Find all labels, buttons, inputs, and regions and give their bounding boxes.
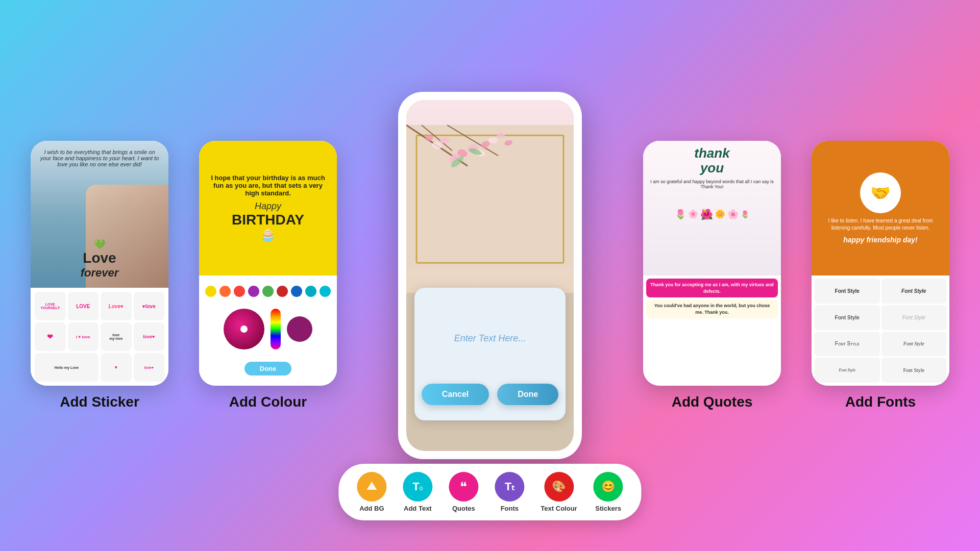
forever-text: forever xyxy=(81,266,119,280)
svg-rect-0 xyxy=(406,125,574,268)
cupcake-icon: 🧁 xyxy=(260,228,276,242)
sticker-item-7[interactable]: lovemy love xyxy=(101,322,132,351)
heart-icon: 💚 xyxy=(94,239,105,249)
quote-block-2[interactable]: You could've had anyone in the world, bu… xyxy=(646,299,778,318)
colour-wheel-handle xyxy=(240,325,248,333)
add-bg-svg xyxy=(364,480,379,494)
toolbar-text-colour[interactable]: 🎨 Text Colour xyxy=(534,470,583,514)
fonts-label: Add Fonts xyxy=(845,394,916,410)
colour-preview xyxy=(287,316,312,342)
quotes-label-tb: Quotes xyxy=(452,505,475,512)
text-dialog: Enter Text Here... Cancel Done xyxy=(414,288,566,420)
sticker-item-9[interactable]: Hello my Love xyxy=(35,353,99,382)
colour-dot-yellow[interactable] xyxy=(205,286,216,297)
flowers-decoration: 🌷 🌸 🌺 🌼 🌸 🌷 xyxy=(648,189,776,239)
sticker-top: I wish to be everything that brings a sm… xyxy=(31,141,168,288)
font-style-8[interactable]: Font Style xyxy=(881,358,947,383)
font-style-2[interactable]: Font Style xyxy=(881,279,947,304)
birthday-big: BIRTHDAY xyxy=(232,212,304,228)
friendship-circle: 🤝 xyxy=(860,172,901,213)
right-cards: thankyou I am so grateful and happy beyo… xyxy=(643,141,949,410)
flower-5: 🌸 xyxy=(727,209,739,220)
svg-point-9 xyxy=(480,140,491,149)
svg-point-7 xyxy=(467,143,479,153)
center-phone: Enter Text Here... Cancel Done xyxy=(398,92,582,459)
sticker-quote-text: I wish to be everything that brings a sm… xyxy=(39,149,160,167)
quotes-symbol: ❝ xyxy=(460,479,467,495)
svg-line-3 xyxy=(447,125,498,156)
flower-4: 🌼 xyxy=(715,209,725,219)
sticker-item-4[interactable]: ♥love xyxy=(134,292,165,320)
quote-block-1[interactable]: Thank you for accepting me as I am, with… xyxy=(646,279,778,297)
font-style-5[interactable]: Font Style xyxy=(815,332,880,357)
center-phone-inner: Enter Text Here... Cancel Done xyxy=(406,100,574,451)
friendship-quote-text: I like to listen. I have learned a great… xyxy=(820,217,941,232)
add-text-symbol: T xyxy=(412,480,419,493)
colour-phone-card: I hope that your birthday is as much fun… xyxy=(199,141,337,386)
colour-dot-darkred[interactable] xyxy=(277,286,288,297)
cancel-button[interactable]: Cancel xyxy=(422,384,489,405)
sticker-grid: LOVEYOURSELF LOVE Love♥ ♥love ❤ I ♥ love… xyxy=(31,288,168,386)
svg-point-13 xyxy=(488,137,498,144)
phone-bg-flowers xyxy=(406,100,574,293)
colour-dot-teal[interactable] xyxy=(305,286,316,297)
quotes-card-bottom: Thank you for accepting me as I am, with… xyxy=(643,276,781,386)
toolbar-fonts[interactable]: Tₜ Fonts xyxy=(488,470,530,514)
fonts-card-top: 🤝 I like to listen. I have learned a gre… xyxy=(812,141,949,276)
font-style-7[interactable]: Font Style xyxy=(815,358,880,383)
add-text-icon: T o xyxy=(403,472,432,502)
sticker-label: Add Sticker xyxy=(60,394,139,410)
colour-dot-cyan[interactable] xyxy=(320,286,331,297)
font-style-1[interactable]: Font Style xyxy=(815,279,880,304)
toolbar-stickers[interactable]: 😊 Stickers xyxy=(587,470,629,514)
colour-dot-blue[interactable] xyxy=(291,286,302,297)
left-cards: I wish to be everything that brings a sm… xyxy=(31,141,337,410)
add-bg-label: Add BG xyxy=(359,505,384,512)
font-style-6[interactable]: Font Style xyxy=(881,332,947,357)
colour-dot-green[interactable] xyxy=(262,286,274,297)
sticker-item-3[interactable]: Love♥ xyxy=(101,292,132,320)
done-button[interactable]: Done xyxy=(497,384,558,405)
sticker-item-10[interactable]: ♥ xyxy=(101,353,132,382)
colour-wheel[interactable] xyxy=(224,309,264,349)
colour-dots-row xyxy=(205,286,331,297)
text-colour-label: Text Colour xyxy=(541,505,577,512)
svg-point-17 xyxy=(468,147,482,156)
colour-picker-area: Done xyxy=(199,276,337,386)
font-style-3[interactable]: Font Style xyxy=(815,305,880,330)
font-style-4[interactable]: Font Style xyxy=(881,305,947,330)
add-text-sub: o xyxy=(420,485,423,492)
main-container: I wish to be everything that brings a sm… xyxy=(0,0,980,551)
sticker-item-2[interactable]: LOVE xyxy=(68,292,99,320)
toolbar-add-bg[interactable]: Add BG xyxy=(351,470,393,514)
dialog-buttons: Cancel Done xyxy=(425,384,555,405)
fonts-label-tb: Fonts xyxy=(501,505,519,512)
toolbar-quotes[interactable]: ❝ Quotes xyxy=(443,470,484,514)
flower-3: 🌺 xyxy=(700,208,713,220)
love-forever-text: 💚 Love forever xyxy=(81,239,119,280)
colour-dot-orange[interactable] xyxy=(219,286,231,297)
feature-quotes: thankyou I am so grateful and happy beyo… xyxy=(643,141,781,410)
happy-script: Happy xyxy=(255,201,281,212)
colour-picker-main xyxy=(224,309,312,349)
sticker-item-5[interactable]: ❤ xyxy=(35,322,66,351)
sticker-item-8[interactable]: love♥ xyxy=(134,322,165,351)
svg-point-10 xyxy=(431,141,443,150)
colour-dot-red[interactable] xyxy=(234,286,245,297)
colour-slider[interactable] xyxy=(271,309,281,349)
toolbar-add-text[interactable]: T o Add Text xyxy=(397,470,438,514)
stickers-icon: 😊 xyxy=(594,472,623,502)
dialog-input[interactable]: Enter Text Here... xyxy=(425,303,555,373)
quotes-card-top: thankyou I am so grateful and happy beyo… xyxy=(643,141,781,276)
add-text-label: Add Text xyxy=(404,505,432,512)
colour-dot-purple[interactable] xyxy=(248,286,259,297)
stickers-symbol: 😊 xyxy=(601,480,615,493)
bottom-toolbar: Add BG T o Add Text ❝ Quotes Tₜ Fonts 🎨 xyxy=(338,464,641,520)
stickers-label: Stickers xyxy=(595,505,621,512)
colour-done-button[interactable]: Done xyxy=(244,362,292,375)
sticker-item-11[interactable]: love♥ xyxy=(134,353,165,382)
sticker-item-1[interactable]: LOVEYOURSELF xyxy=(35,292,66,320)
colour-card-top: I hope that your birthday is as much fun… xyxy=(199,141,337,276)
sticker-item-6[interactable]: I ♥ love xyxy=(68,322,99,351)
svg-point-5 xyxy=(448,152,462,165)
